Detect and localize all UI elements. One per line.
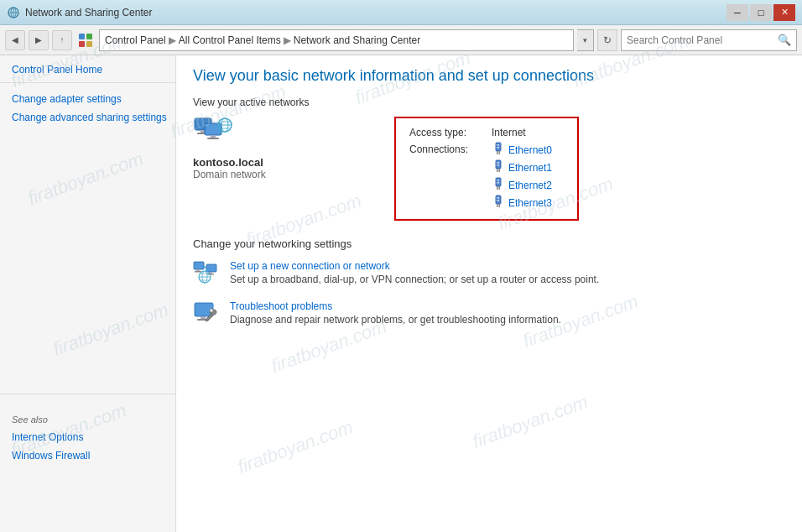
ethernet-icon-1 xyxy=(492,159,505,175)
sidebar-link-advanced[interactable]: Change advanced sharing settings xyxy=(0,108,175,127)
svg-rect-32 xyxy=(498,164,499,166)
svg-rect-47 xyxy=(194,262,204,269)
up-button[interactable]: ↑ xyxy=(52,30,72,50)
svg-rect-35 xyxy=(499,186,501,190)
svg-rect-37 xyxy=(498,180,499,181)
access-type-value: Internet xyxy=(492,127,526,138)
breadcrumb-sep2: ▶ xyxy=(284,34,291,46)
svg-rect-12 xyxy=(211,135,216,138)
access-type-label: Access type: xyxy=(409,127,485,138)
connection-ethernet2[interactable]: Ethernet2 xyxy=(492,177,552,193)
ethernet-icon-3 xyxy=(492,195,505,211)
address-path[interactable]: Control Panel ▶ All Control Panel Items … xyxy=(99,29,574,51)
svg-rect-30 xyxy=(498,162,499,164)
new-connection-text: Set up a new connection or network Set u… xyxy=(230,260,599,285)
window-title: Network and Sharing Center xyxy=(25,7,152,18)
connections-list: Ethernet0 xyxy=(492,142,552,211)
svg-rect-43 xyxy=(497,197,497,199)
forward-button[interactable]: ▶ xyxy=(29,30,49,50)
svg-rect-50 xyxy=(206,264,216,272)
search-box[interactable]: 🔍 xyxy=(621,29,797,51)
change-settings-label: Change your networking settings xyxy=(193,237,785,250)
svg-rect-24 xyxy=(497,147,497,149)
ethernet1-label: Ethernet1 xyxy=(508,162,552,174)
svg-rect-49 xyxy=(195,271,201,273)
connection-ethernet0[interactable]: Ethernet0 xyxy=(492,142,552,158)
sidebar-link-windows-firewall[interactable]: Windows Firewall xyxy=(0,446,176,465)
search-input[interactable] xyxy=(627,34,774,46)
troubleshoot-desc: Diagnose and repair network problems, or… xyxy=(230,314,561,326)
svg-rect-36 xyxy=(497,180,497,181)
connections-row: Connections: xyxy=(409,142,564,211)
ethernet-icon-2 xyxy=(492,177,505,193)
sidebar-link-adapter[interactable]: Change adapter settings xyxy=(0,90,175,108)
minimize-button[interactable]: ─ xyxy=(726,4,748,21)
svg-rect-60 xyxy=(200,316,206,319)
network-type: Domain network xyxy=(193,169,378,180)
main-container: Control Panel Home Change adapter settin… xyxy=(0,55,802,532)
svg-rect-4 xyxy=(79,34,85,39)
connections-label: Connections: xyxy=(409,142,485,155)
network-info-box: Access type: Internet Connections: xyxy=(394,117,579,221)
window-icon xyxy=(7,6,20,19)
svg-rect-29 xyxy=(497,162,497,164)
see-also-title: See also xyxy=(0,401,176,428)
sidebar: Control Panel Home Change adapter settin… xyxy=(0,55,176,532)
connection-ethernet3[interactable]: Ethernet3 xyxy=(492,195,552,211)
sidebar-link-internet-options[interactable]: Internet Options xyxy=(0,428,176,446)
svg-rect-6 xyxy=(79,41,85,47)
title-bar-left: Network and Sharing Center xyxy=(7,6,152,19)
network-icon xyxy=(193,117,378,153)
svg-rect-31 xyxy=(497,164,497,166)
refresh-button[interactable]: ↻ xyxy=(597,29,617,51)
title-bar: Network and Sharing Center ─ □ ✕ xyxy=(0,0,802,25)
window-controls: ─ □ ✕ xyxy=(726,4,795,21)
connection-ethernet1[interactable]: Ethernet1 xyxy=(492,159,552,175)
sidebar-home-link[interactable]: Control Panel Home xyxy=(0,59,114,81)
svg-rect-7 xyxy=(86,41,92,47)
new-connection-icon xyxy=(193,260,220,287)
ethernet0-label: Ethernet0 xyxy=(508,144,552,156)
new-connection-link[interactable]: Set up a new connection or network xyxy=(230,260,599,272)
active-networks-label: View your active networks xyxy=(193,96,785,108)
svg-rect-41 xyxy=(497,204,498,207)
svg-rect-39 xyxy=(498,182,499,184)
ethernet-icon-0 xyxy=(492,142,505,158)
troubleshoot-link[interactable]: Troubleshoot problems xyxy=(230,300,561,312)
svg-line-53 xyxy=(204,266,206,269)
ethernet3-label: Ethernet3 xyxy=(508,197,552,209)
breadcrumb-sep1: ▶ xyxy=(169,34,176,46)
svg-rect-5 xyxy=(86,34,92,39)
control-panel-icon xyxy=(77,32,94,49)
access-type-row: Access type: Internet xyxy=(409,127,564,138)
svg-rect-20 xyxy=(497,151,498,154)
address-bar: ◀ ▶ ↑ Control Panel ▶ All Control Panel … xyxy=(0,25,802,55)
new-connection-desc: Set up a broadband, dial-up, or VPN conn… xyxy=(230,274,599,285)
svg-rect-22 xyxy=(497,144,497,146)
svg-rect-23 xyxy=(498,144,499,146)
breadcrumb-part1[interactable]: Control Panel xyxy=(105,34,166,46)
svg-rect-21 xyxy=(499,151,501,154)
setting-item-troubleshoot: Troubleshoot problems Diagnose and repai… xyxy=(193,300,785,327)
breadcrumb-current[interactable]: Network and Sharing Center xyxy=(294,34,420,46)
svg-rect-44 xyxy=(498,197,499,199)
network-name: kontoso.local xyxy=(193,156,378,169)
breadcrumb-part2[interactable]: All Control Panel Items xyxy=(179,34,281,46)
svg-rect-45 xyxy=(497,200,497,201)
close-button[interactable]: ✕ xyxy=(773,4,795,21)
sidebar-bottom: See also Internet Options Windows Firewa… xyxy=(0,387,176,465)
svg-rect-38 xyxy=(497,182,497,184)
back-button[interactable]: ◀ xyxy=(5,30,25,50)
svg-rect-42 xyxy=(499,204,501,207)
search-icon[interactable]: 🔍 xyxy=(778,34,791,46)
svg-rect-13 xyxy=(207,138,219,139)
svg-rect-48 xyxy=(196,269,200,271)
svg-rect-34 xyxy=(497,186,498,190)
svg-point-62 xyxy=(210,309,213,312)
maximize-button[interactable]: □ xyxy=(750,4,772,21)
page-title: View your basic network information and … xyxy=(193,67,785,85)
ethernet2-label: Ethernet2 xyxy=(508,180,552,191)
address-dropdown-button[interactable]: ▾ xyxy=(577,29,594,51)
network-left: kontoso.local Domain network xyxy=(193,117,378,180)
sidebar-divider-2 xyxy=(0,394,176,394)
